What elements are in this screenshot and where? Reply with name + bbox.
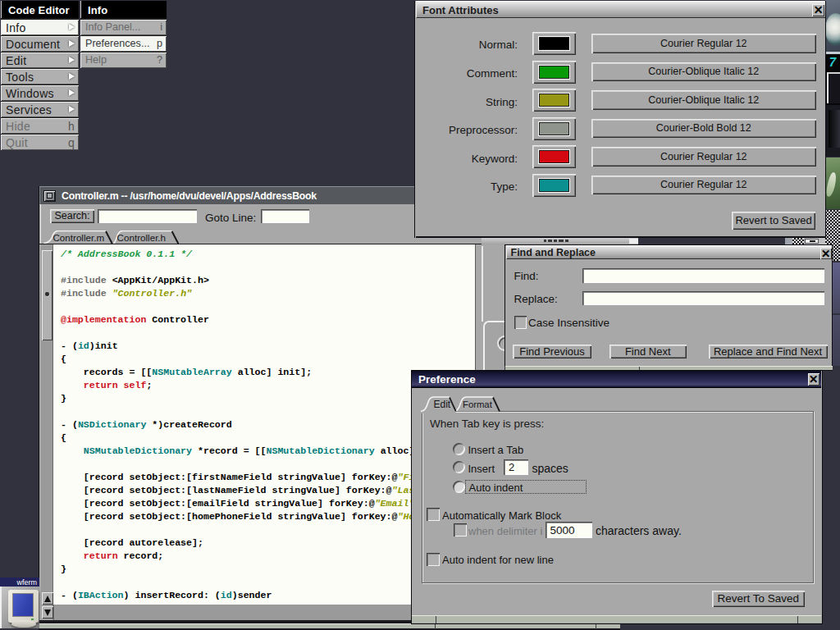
svg-text:Controller.h: Controller.h <box>117 231 166 242</box>
svg-text:Edit: Edit <box>434 399 451 410</box>
svg-text:Format: Format <box>463 399 493 409</box>
svg-text:Controller.m: Controller.m <box>52 231 104 242</box>
